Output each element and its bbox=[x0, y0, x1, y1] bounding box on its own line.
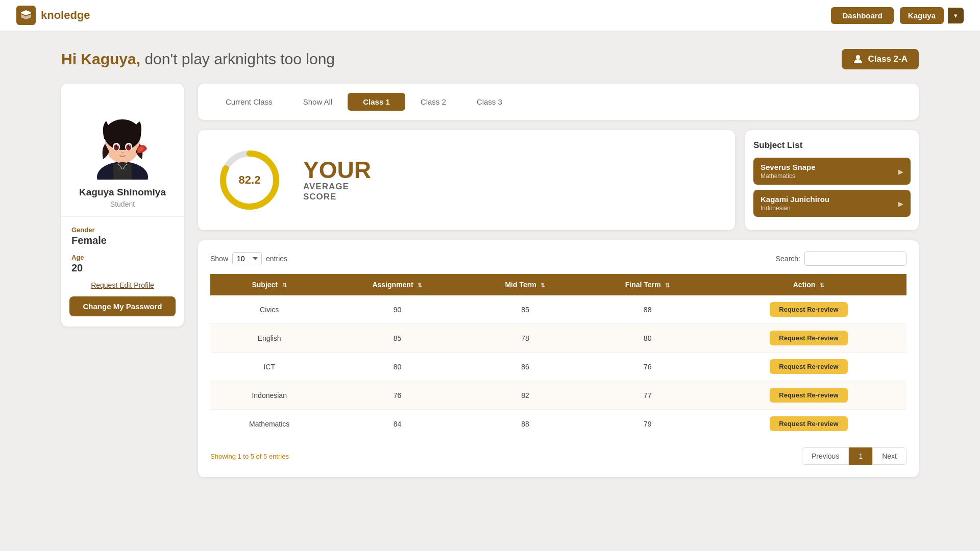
col-final-term[interactable]: Final Term ⇅ bbox=[584, 274, 711, 295]
age-value: 20 bbox=[71, 262, 174, 274]
nav-right: Dashboard Kaguya ▾ bbox=[831, 7, 964, 24]
re-review-button-3[interactable]: Request Re-review bbox=[770, 388, 847, 403]
cell-action-3: Request Re-review bbox=[711, 381, 906, 410]
header-row: Hi Kaguya, don't play arknights too long… bbox=[61, 49, 919, 69]
table-row: English 85 78 80 Request Re-review bbox=[210, 324, 906, 353]
show-label: Show bbox=[210, 255, 228, 263]
gender-value: Female bbox=[71, 235, 174, 246]
student-name: Kaguya Shinomiya bbox=[69, 187, 176, 198]
cell-midterm-0: 85 bbox=[467, 295, 584, 324]
col-action[interactable]: Action ⇅ bbox=[711, 274, 906, 295]
sort-icon-assignment: ⇅ bbox=[418, 282, 422, 289]
user-name-label: Kaguya bbox=[908, 11, 936, 20]
cell-finalterm-3: 77 bbox=[584, 381, 711, 410]
table-body: Civics 90 85 88 Request Re-review Englis… bbox=[210, 295, 906, 438]
cell-midterm-2: 86 bbox=[467, 353, 584, 381]
dashboard-button[interactable]: Dashboard bbox=[831, 7, 893, 24]
cell-assignment-2: 80 bbox=[328, 353, 466, 381]
page-content: Hi Kaguya, don't play arknights too long… bbox=[0, 31, 980, 495]
subjects-card: Subject List Severus Snape Mathematics K… bbox=[745, 130, 919, 230]
search-input[interactable] bbox=[804, 252, 906, 266]
cell-assignment-0: 90 bbox=[328, 295, 466, 324]
greeting-message: don't play arknights too long bbox=[140, 51, 335, 67]
avatar bbox=[87, 98, 158, 180]
logo-icon bbox=[16, 6, 36, 25]
cell-subject-0: Civics bbox=[210, 295, 328, 324]
svg-point-7 bbox=[114, 144, 119, 151]
logo-area: knoledge bbox=[16, 6, 90, 25]
table-row: Civics 90 85 88 Request Re-review bbox=[210, 295, 906, 324]
re-review-button-2[interactable]: Request Re-review bbox=[770, 359, 847, 374]
avatar-section: Kaguya Shinomiya Student bbox=[61, 84, 184, 216]
score-donut: 82.2 bbox=[216, 147, 283, 213]
svg-point-8 bbox=[126, 144, 131, 151]
pagination-row: Showing 1 to 5 of 5 entries Previous 1 N… bbox=[210, 447, 906, 465]
cell-midterm-3: 82 bbox=[467, 381, 584, 410]
class-badge-label: Class 2-A bbox=[868, 54, 908, 64]
cell-subject-4: Mathematics bbox=[210, 410, 328, 438]
next-button[interactable]: Next bbox=[872, 447, 906, 465]
cell-action-0: Request Re-review bbox=[711, 295, 906, 324]
tab-class2[interactable]: Class 2 bbox=[405, 93, 461, 111]
table-row: Mathematics 84 88 79 Request Re-review bbox=[210, 410, 906, 438]
subject-subject-1: Indonesian bbox=[761, 205, 903, 212]
col-mid-term[interactable]: Mid Term ⇅ bbox=[467, 274, 584, 295]
score-text-area: YOUR AVERAGE SCORE bbox=[303, 158, 371, 202]
user-dropdown-button[interactable]: ▾ bbox=[948, 8, 964, 23]
re-review-button-0[interactable]: Request Re-review bbox=[770, 302, 847, 317]
svg-point-0 bbox=[856, 55, 860, 59]
col-subject[interactable]: Subject ⇅ bbox=[210, 274, 328, 295]
table-header: Subject ⇅ Assignment ⇅ Mid Term ⇅ Final … bbox=[210, 274, 906, 295]
re-review-button-4[interactable]: Request Re-review bbox=[770, 416, 847, 431]
gender-label: Gender bbox=[71, 226, 174, 234]
dropdown-chevron-icon: ▾ bbox=[954, 12, 958, 19]
navbar: knoledge Dashboard Kaguya ▾ bbox=[0, 0, 980, 31]
showing-text: Showing 1 to 5 of 5 entries bbox=[210, 453, 289, 460]
cell-finalterm-1: 80 bbox=[584, 324, 711, 353]
score-value: 82.2 bbox=[239, 173, 261, 187]
greeting-name: Hi Kaguya, bbox=[61, 51, 140, 67]
search-label: Search: bbox=[776, 255, 800, 263]
entries-select[interactable]: 10 25 50 100 bbox=[232, 252, 262, 265]
tab-class3[interactable]: Class 3 bbox=[461, 93, 518, 111]
subject-item-1[interactable]: Kagami Junichirou Indonesian bbox=[753, 190, 911, 217]
table-row: ICT 80 86 76 Request Re-review bbox=[210, 353, 906, 381]
re-review-button-1[interactable]: Request Re-review bbox=[770, 331, 847, 345]
cell-action-4: Request Re-review bbox=[711, 410, 906, 438]
show-entries-area: Show 10 25 50 100 entries bbox=[210, 252, 287, 265]
grades-table: Subject ⇅ Assignment ⇅ Mid Term ⇅ Final … bbox=[210, 274, 906, 438]
cell-finalterm-4: 79 bbox=[584, 410, 711, 438]
cell-midterm-4: 88 bbox=[467, 410, 584, 438]
previous-button[interactable]: Previous bbox=[802, 447, 849, 465]
cell-action-1: Request Re-review bbox=[711, 324, 906, 353]
score-your-label: YOUR bbox=[303, 158, 371, 182]
sort-icon-action: ⇅ bbox=[820, 282, 824, 289]
score-card: 82.2 YOUR AVERAGE SCORE bbox=[198, 130, 735, 230]
request-edit-link[interactable]: Request Edit Profile bbox=[61, 281, 184, 289]
cell-assignment-1: 85 bbox=[328, 324, 466, 353]
age-label: Age bbox=[71, 254, 174, 261]
score-average-label: AVERAGE SCORE bbox=[303, 182, 371, 202]
subject-subject-0: Mathematics bbox=[761, 172, 903, 180]
cell-subject-2: ICT bbox=[210, 353, 328, 381]
sort-icon-midterm: ⇅ bbox=[541, 282, 545, 289]
svg-point-12 bbox=[129, 145, 130, 146]
subject-item-0[interactable]: Severus Snape Mathematics bbox=[753, 158, 911, 185]
page-1-button[interactable]: 1 bbox=[849, 447, 872, 465]
cell-finalterm-2: 76 bbox=[584, 353, 711, 381]
tab-show-all[interactable]: Show All bbox=[288, 93, 348, 111]
tab-current-class[interactable]: Current Class bbox=[210, 93, 288, 111]
user-menu-button[interactable]: Kaguya bbox=[900, 7, 944, 24]
user-icon bbox=[853, 54, 863, 64]
cell-finalterm-0: 88 bbox=[584, 295, 711, 324]
table-top: Show 10 25 50 100 entries Search: bbox=[210, 252, 906, 266]
class-badge-button[interactable]: Class 2-A bbox=[842, 49, 919, 69]
entries-label: entries bbox=[266, 255, 287, 263]
tab-class1[interactable]: Class 1 bbox=[348, 93, 405, 111]
score-subjects-row: 82.2 YOUR AVERAGE SCORE Subject List Sev bbox=[198, 130, 919, 230]
subject-teacher-1: Kagami Junichirou bbox=[761, 195, 903, 204]
change-password-button[interactable]: Change My Password bbox=[69, 296, 176, 316]
col-assignment[interactable]: Assignment ⇅ bbox=[328, 274, 466, 295]
pagination-buttons: Previous 1 Next bbox=[802, 447, 906, 465]
table-row: Indonesian 76 82 77 Request Re-review bbox=[210, 381, 906, 410]
